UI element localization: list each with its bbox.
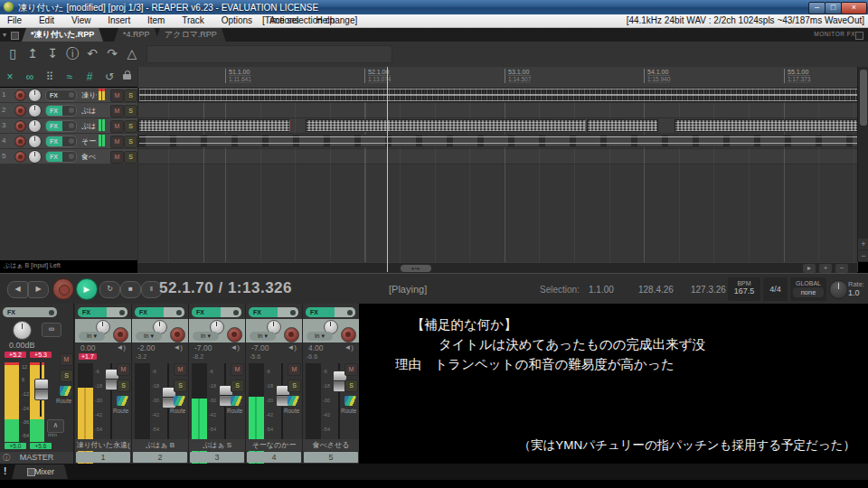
volume-knob[interactable]: [28, 89, 42, 102]
mute-button[interactable]: M: [288, 363, 301, 376]
solo-button[interactable]: S: [288, 380, 301, 392]
fx-button[interactable]: FX: [45, 136, 77, 147]
lane-track-2[interactable]: [138, 103, 858, 118]
horizontal-scrollbar-handle[interactable]: ◂▪▸: [401, 265, 431, 272]
fx-power-icon[interactable]: [347, 310, 353, 315]
midi-item[interactable]: [138, 119, 290, 132]
speaker-icon[interactable]: ◄): [230, 343, 240, 352]
fx-power-icon[interactable]: [69, 154, 74, 159]
solo-button[interactable]: S: [117, 380, 130, 392]
volume-value[interactable]: -7.00: [251, 343, 269, 352]
route-icon[interactable]: [117, 396, 128, 406]
envelope-icon[interactable]: ≈: [61, 69, 78, 85]
scroll-right-button[interactable]: ▸: [803, 264, 816, 273]
mute-button[interactable]: M: [344, 363, 358, 376]
fx-button[interactable]: FX: [45, 151, 77, 163]
fx-power-icon[interactable]: [69, 92, 74, 98]
menu-item[interactable]: Item: [140, 14, 172, 26]
mute-button[interactable]: M: [110, 105, 124, 117]
volume-fader[interactable]: [338, 363, 340, 439]
master-label[interactable]: MASTER: [0, 452, 73, 464]
mono-stereo-button[interactable]: ∞: [42, 323, 61, 337]
mute-button[interactable]: M: [117, 363, 130, 376]
master-mute-button[interactable]: M: [60, 353, 73, 366]
volume-knob[interactable]: [28, 119, 42, 133]
trim-button[interactable]: ∧: [47, 419, 64, 433]
global-automation-value[interactable]: none: [793, 287, 824, 297]
fx-power-icon[interactable]: [176, 310, 182, 315]
volume-value[interactable]: -7.00: [194, 343, 212, 352]
minimize-button[interactable]: –: [808, 2, 826, 14]
master-volume-value[interactable]: 0.00dB: [9, 341, 35, 350]
track-row-2[interactable]: 2 FX ぷはぁ B M S: [0, 103, 137, 118]
bpm-box[interactable]: BPM 167.5: [728, 277, 760, 301]
input-button[interactable]: in ▾: [79, 332, 105, 341]
record-arm-button[interactable]: [284, 327, 299, 343]
track-row-4[interactable]: 4 FX そーなのかー M S: [0, 134, 137, 149]
maximize-button[interactable]: □: [825, 2, 842, 14]
solo-button[interactable]: S: [124, 151, 137, 164]
vertical-scrollbar-handle[interactable]: [860, 70, 867, 126]
fx-power-icon[interactable]: [119, 310, 125, 315]
zoom-out-vertical-button[interactable]: −: [858, 250, 868, 261]
playback-position[interactable]: 52.1.70 / 1:13.326: [159, 279, 292, 297]
strip-track-name[interactable]: 凍り付いた永遠(: [75, 439, 131, 451]
play-cursor[interactable]: [387, 67, 388, 272]
time-signature-box[interactable]: 4/4: [763, 277, 788, 301]
mixer-strip-4[interactable]: FX in ▾ -7.00◄) -5.6 -6-18 -30-42 -54 M …: [246, 304, 303, 464]
repeat-button[interactable]: ↻: [99, 281, 120, 298]
solo-button[interactable]: S: [124, 105, 137, 117]
volume-value[interactable]: 4.00: [308, 343, 324, 352]
mute-button[interactable]: M: [110, 120, 124, 133]
fx-power-icon[interactable]: [69, 138, 74, 144]
strip-track-name[interactable]: ぷはぁ S: [189, 439, 245, 451]
zoom-in-button[interactable]: +: [819, 264, 832, 273]
solo-button[interactable]: S: [231, 380, 244, 392]
redo-icon[interactable]: ↷: [103, 44, 121, 62]
record-arm-button[interactable]: [14, 89, 26, 101]
record-arm-button[interactable]: [14, 136, 26, 147]
volume-fader[interactable]: [281, 363, 283, 439]
input-button[interactable]: in ▾: [193, 332, 219, 341]
bpm-value[interactable]: 167.5: [728, 286, 760, 296]
solo-button[interactable]: S: [124, 89, 137, 102]
monitor-fx-checkbox[interactable]: [855, 32, 863, 40]
docker-tab-mixer[interactable]: Mixer: [12, 465, 68, 479]
strip-track-number[interactable]: 5: [304, 452, 358, 463]
record-arm-button[interactable]: [14, 151, 26, 163]
track-name[interactable]: ぷはぁ S: [81, 121, 97, 131]
menu-insert[interactable]: Insert: [100, 14, 137, 26]
menu-track[interactable]: Track: [175, 14, 212, 26]
speaker-icon[interactable]: ◄): [344, 343, 354, 352]
open-project-icon[interactable]: ↥: [24, 44, 42, 62]
volume-knob[interactable]: [28, 104, 42, 117]
strip-track-name[interactable]: 食べさせる: [303, 439, 359, 451]
record-arm-button[interactable]: [170, 327, 185, 343]
menu-view[interactable]: View: [64, 14, 99, 26]
close-button[interactable]: ×: [841, 2, 867, 14]
item-grouping-icon[interactable]: ∞: [22, 69, 38, 85]
track-row-1[interactable]: 1 FX 凍り付いた永遠( M S: [0, 88, 137, 103]
selection-start[interactable]: 1.1.00: [589, 285, 614, 295]
midi-item[interactable]: [138, 135, 858, 147]
audio-item-waveform[interactable]: [138, 88, 858, 102]
tab-window-icon[interactable]: [11, 32, 19, 40]
fx-bar[interactable]: FX: [135, 307, 184, 317]
lane-track-4[interactable]: [138, 134, 858, 149]
route-icon[interactable]: [174, 396, 185, 406]
strip-track-number[interactable]: 1: [76, 452, 130, 463]
track-name[interactable]: ぷはぁ B: [81, 106, 97, 116]
master-strip[interactable]: FX ∞ 0.00dB +5.2 +5.3 12 6 -12 -24 -36 -…: [0, 304, 74, 464]
midi-item[interactable]: [306, 119, 586, 132]
ripple-edit-icon[interactable]: ⠿: [42, 69, 58, 85]
mixer-strip-3[interactable]: FX in ▾ -7.00◄) -8.2 -6-18 -30-42 -54 M …: [189, 304, 246, 464]
mixer-strip-1[interactable]: FX in ▾ 0.00◄) +1.7 -6-18 -30-42 -54 M S…: [75, 304, 132, 464]
fx-bar[interactable]: FX: [306, 307, 355, 317]
master-fader[interactable]: [40, 362, 42, 417]
track-row-3[interactable]: 3 FX ぷはぁ S M S: [0, 118, 137, 134]
record-arm-button[interactable]: [341, 327, 356, 343]
global-automation-box[interactable]: GLOBAL none: [790, 277, 826, 301]
master-fader-thumb[interactable]: [34, 379, 49, 400]
snap-grid-icon[interactable]: #: [81, 69, 98, 85]
fx-power-icon[interactable]: [233, 310, 239, 315]
